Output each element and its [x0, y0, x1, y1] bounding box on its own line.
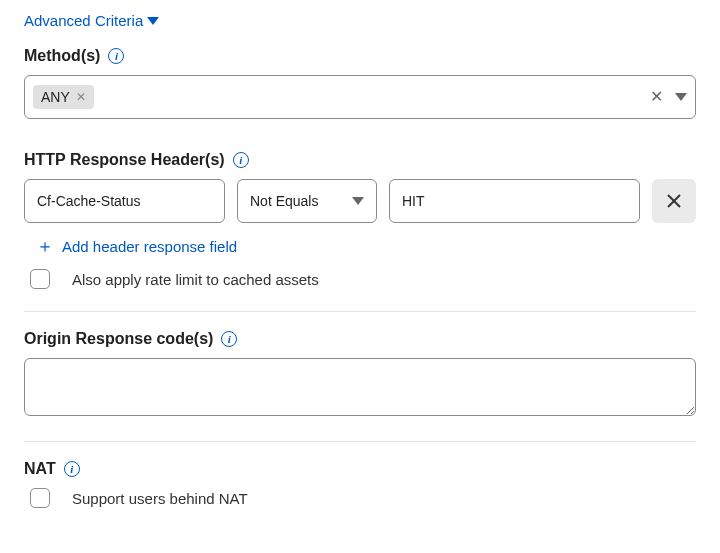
origin-codes-input[interactable]	[24, 358, 696, 416]
info-icon[interactable]: i	[108, 48, 124, 64]
cached-assets-checkbox[interactable]	[30, 269, 50, 289]
method-chip-label: ANY	[41, 89, 70, 105]
info-icon[interactable]: i	[64, 461, 80, 477]
origin-codes-label-row: Origin Response code(s) i	[24, 330, 696, 348]
header-rule-row: Not Equals	[24, 179, 696, 223]
info-icon[interactable]: i	[233, 152, 249, 168]
info-icon[interactable]: i	[221, 331, 237, 347]
cached-assets-label: Also apply rate limit to cached assets	[72, 271, 319, 288]
caret-down-icon	[147, 17, 159, 25]
cached-assets-row: Also apply rate limit to cached assets	[24, 269, 696, 289]
header-value-input[interactable]	[389, 179, 640, 223]
divider	[24, 311, 696, 312]
origin-codes-label: Origin Response code(s)	[24, 330, 213, 348]
nat-support-checkbox[interactable]	[30, 488, 50, 508]
add-header-field-link[interactable]: ＋ Add header response field	[24, 237, 237, 255]
svg-marker-2	[352, 197, 364, 205]
header-operator-select[interactable]: Not Equals	[237, 179, 377, 223]
nat-support-label: Support users behind NAT	[72, 490, 248, 507]
plus-icon: ＋	[36, 237, 54, 255]
chevron-down-icon	[352, 197, 364, 205]
close-icon	[665, 192, 683, 210]
add-header-label: Add header response field	[62, 238, 237, 255]
nat-label: NAT	[24, 460, 56, 478]
nat-support-row: Support users behind NAT	[24, 488, 696, 508]
methods-multiselect[interactable]: ANY ✕ ✕	[24, 75, 696, 119]
http-headers-label-row: HTTP Response Header(s) i	[24, 151, 696, 169]
methods-label-row: Method(s) i	[24, 47, 696, 65]
svg-marker-0	[147, 17, 159, 25]
header-operator-value: Not Equals	[250, 193, 318, 209]
header-name-input[interactable]	[24, 179, 225, 223]
remove-header-row-button[interactable]	[652, 179, 696, 223]
clear-all-icon[interactable]: ✕	[650, 89, 663, 105]
dropdown-icon[interactable]	[675, 93, 687, 101]
method-chip: ANY ✕	[33, 85, 94, 109]
advanced-criteria-label: Advanced Criteria	[24, 12, 143, 29]
multiselect-controls: ✕	[650, 89, 687, 105]
methods-label: Method(s)	[24, 47, 100, 65]
divider	[24, 441, 696, 442]
chip-remove-icon[interactable]: ✕	[76, 91, 86, 103]
http-headers-label: HTTP Response Header(s)	[24, 151, 225, 169]
svg-marker-1	[675, 93, 687, 101]
advanced-criteria-toggle[interactable]: Advanced Criteria	[24, 12, 159, 29]
nat-label-row: NAT i	[24, 460, 696, 478]
